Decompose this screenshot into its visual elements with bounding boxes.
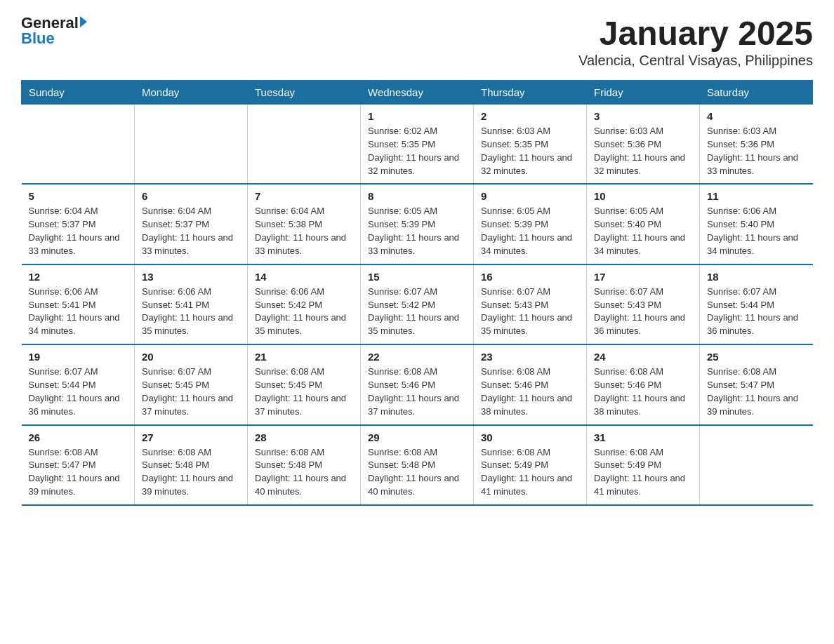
day-info: Sunrise: 6:08 AM Sunset: 5:47 PM Dayligh… bbox=[29, 446, 128, 499]
day-number: 11 bbox=[707, 190, 806, 202]
day-number: 2 bbox=[481, 110, 579, 122]
day-info: Sunrise: 6:06 AM Sunset: 5:41 PM Dayligh… bbox=[29, 286, 128, 338]
day-info: Sunrise: 6:04 AM Sunset: 5:38 PM Dayligh… bbox=[255, 205, 353, 257]
day-info: Sunrise: 6:07 AM Sunset: 5:44 PM Dayligh… bbox=[707, 286, 806, 338]
calendar-cell: 18Sunrise: 6:07 AM Sunset: 5:44 PM Dayli… bbox=[700, 264, 813, 344]
day-info: Sunrise: 6:07 AM Sunset: 5:44 PM Dayligh… bbox=[29, 365, 128, 418]
calendar-table: SundayMondayTuesdayWednesdayThursdayFrid… bbox=[21, 80, 813, 506]
page-header: General Blue January 2025 Valencia, Cent… bbox=[21, 14, 813, 69]
day-number: 26 bbox=[29, 431, 128, 443]
day-info: Sunrise: 6:05 AM Sunset: 5:39 PM Dayligh… bbox=[368, 205, 466, 257]
day-info: Sunrise: 6:08 AM Sunset: 5:46 PM Dayligh… bbox=[594, 365, 692, 418]
day-number: 23 bbox=[481, 351, 579, 363]
logo: General Blue bbox=[21, 14, 87, 48]
header-wednesday: Wednesday bbox=[361, 81, 474, 105]
day-number: 25 bbox=[707, 351, 806, 363]
calendar-cell: 16Sunrise: 6:07 AM Sunset: 5:43 PM Dayli… bbox=[474, 264, 587, 344]
calendar-cell: 8Sunrise: 6:05 AM Sunset: 5:39 PM Daylig… bbox=[361, 184, 474, 264]
day-number: 3 bbox=[594, 110, 692, 122]
calendar-cell: 4Sunrise: 6:03 AM Sunset: 5:36 PM Daylig… bbox=[700, 105, 813, 185]
calendar-body: 1Sunrise: 6:02 AM Sunset: 5:35 PM Daylig… bbox=[22, 105, 813, 505]
day-info: Sunrise: 6:08 AM Sunset: 5:48 PM Dayligh… bbox=[368, 446, 466, 499]
header-row: SundayMondayTuesdayWednesdayThursdayFrid… bbox=[22, 81, 813, 105]
day-info: Sunrise: 6:08 AM Sunset: 5:46 PM Dayligh… bbox=[481, 365, 579, 418]
calendar-cell: 19Sunrise: 6:07 AM Sunset: 5:44 PM Dayli… bbox=[22, 344, 135, 424]
day-number: 27 bbox=[142, 431, 240, 443]
calendar-cell: 3Sunrise: 6:03 AM Sunset: 5:36 PM Daylig… bbox=[587, 105, 700, 185]
calendar-cell: 6Sunrise: 6:04 AM Sunset: 5:37 PM Daylig… bbox=[135, 184, 248, 264]
calendar-cell: 22Sunrise: 6:08 AM Sunset: 5:46 PM Dayli… bbox=[361, 344, 474, 424]
calendar-cell: 23Sunrise: 6:08 AM Sunset: 5:46 PM Dayli… bbox=[474, 344, 587, 424]
calendar-cell: 1Sunrise: 6:02 AM Sunset: 5:35 PM Daylig… bbox=[361, 105, 474, 185]
day-number: 16 bbox=[481, 271, 579, 283]
calendar-cell: 17Sunrise: 6:07 AM Sunset: 5:43 PM Dayli… bbox=[587, 264, 700, 344]
calendar-cell: 7Sunrise: 6:04 AM Sunset: 5:38 PM Daylig… bbox=[248, 184, 361, 264]
day-number: 22 bbox=[368, 351, 466, 363]
day-number: 5 bbox=[29, 190, 128, 202]
calendar-cell: 27Sunrise: 6:08 AM Sunset: 5:48 PM Dayli… bbox=[135, 425, 248, 505]
calendar-cell: 28Sunrise: 6:08 AM Sunset: 5:48 PM Dayli… bbox=[248, 425, 361, 505]
week-row-4: 19Sunrise: 6:07 AM Sunset: 5:44 PM Dayli… bbox=[22, 344, 813, 424]
calendar-cell: 2Sunrise: 6:03 AM Sunset: 5:35 PM Daylig… bbox=[474, 105, 587, 185]
calendar-cell: 10Sunrise: 6:05 AM Sunset: 5:40 PM Dayli… bbox=[587, 184, 700, 264]
calendar-cell: 29Sunrise: 6:08 AM Sunset: 5:48 PM Dayli… bbox=[361, 425, 474, 505]
day-info: Sunrise: 6:03 AM Sunset: 5:35 PM Dayligh… bbox=[481, 125, 579, 177]
calendar-cell: 26Sunrise: 6:08 AM Sunset: 5:47 PM Dayli… bbox=[22, 425, 135, 505]
calendar-cell: 20Sunrise: 6:07 AM Sunset: 5:45 PM Dayli… bbox=[135, 344, 248, 424]
day-info: Sunrise: 6:08 AM Sunset: 5:48 PM Dayligh… bbox=[142, 446, 240, 499]
day-info: Sunrise: 6:05 AM Sunset: 5:39 PM Dayligh… bbox=[481, 205, 579, 257]
day-info: Sunrise: 6:06 AM Sunset: 5:42 PM Dayligh… bbox=[255, 286, 353, 338]
day-number: 12 bbox=[29, 271, 128, 283]
day-number: 1 bbox=[368, 110, 466, 122]
header-saturday: Saturday bbox=[700, 81, 813, 105]
day-number: 18 bbox=[707, 271, 806, 283]
header-tuesday: Tuesday bbox=[248, 81, 361, 105]
header-thursday: Thursday bbox=[474, 81, 587, 105]
day-number: 19 bbox=[29, 351, 128, 363]
day-number: 7 bbox=[255, 190, 353, 202]
day-info: Sunrise: 6:06 AM Sunset: 5:41 PM Dayligh… bbox=[142, 286, 240, 338]
day-info: Sunrise: 6:08 AM Sunset: 5:46 PM Dayligh… bbox=[368, 365, 466, 418]
calendar-header: SundayMondayTuesdayWednesdayThursdayFrid… bbox=[22, 81, 813, 105]
day-number: 8 bbox=[368, 190, 466, 202]
day-info: Sunrise: 6:04 AM Sunset: 5:37 PM Dayligh… bbox=[142, 205, 240, 257]
day-info: Sunrise: 6:02 AM Sunset: 5:35 PM Dayligh… bbox=[368, 125, 466, 177]
calendar-cell: 5Sunrise: 6:04 AM Sunset: 5:37 PM Daylig… bbox=[22, 184, 135, 264]
calendar-cell: 31Sunrise: 6:08 AM Sunset: 5:49 PM Dayli… bbox=[587, 425, 700, 505]
calendar-cell bbox=[700, 425, 813, 505]
day-number: 4 bbox=[707, 110, 806, 122]
week-row-3: 12Sunrise: 6:06 AM Sunset: 5:41 PM Dayli… bbox=[22, 264, 813, 344]
calendar-cell: 13Sunrise: 6:06 AM Sunset: 5:41 PM Dayli… bbox=[135, 264, 248, 344]
calendar-cell: 12Sunrise: 6:06 AM Sunset: 5:41 PM Dayli… bbox=[22, 264, 135, 344]
day-info: Sunrise: 6:04 AM Sunset: 5:37 PM Dayligh… bbox=[29, 205, 128, 257]
day-info: Sunrise: 6:03 AM Sunset: 5:36 PM Dayligh… bbox=[707, 125, 806, 177]
calendar-cell: 11Sunrise: 6:06 AM Sunset: 5:40 PM Dayli… bbox=[700, 184, 813, 264]
calendar-cell: 21Sunrise: 6:08 AM Sunset: 5:45 PM Dayli… bbox=[248, 344, 361, 424]
calendar-cell: 30Sunrise: 6:08 AM Sunset: 5:49 PM Dayli… bbox=[474, 425, 587, 505]
day-info: Sunrise: 6:03 AM Sunset: 5:36 PM Dayligh… bbox=[594, 125, 692, 177]
day-number: 30 bbox=[481, 431, 579, 443]
day-number: 17 bbox=[594, 271, 692, 283]
day-info: Sunrise: 6:07 AM Sunset: 5:43 PM Dayligh… bbox=[481, 286, 579, 338]
day-number: 31 bbox=[594, 431, 692, 443]
day-number: 20 bbox=[142, 351, 240, 363]
day-info: Sunrise: 6:08 AM Sunset: 5:49 PM Dayligh… bbox=[481, 446, 579, 499]
header-monday: Monday bbox=[135, 81, 248, 105]
page-title: January 2025 bbox=[578, 14, 813, 53]
day-info: Sunrise: 6:07 AM Sunset: 5:43 PM Dayligh… bbox=[594, 286, 692, 338]
calendar-cell bbox=[248, 105, 361, 185]
header-friday: Friday bbox=[587, 81, 700, 105]
page-subtitle: Valencia, Central Visayas, Philippines bbox=[578, 53, 813, 69]
logo-blue: Blue bbox=[21, 29, 55, 48]
calendar-cell: 24Sunrise: 6:08 AM Sunset: 5:46 PM Dayli… bbox=[587, 344, 700, 424]
day-info: Sunrise: 6:06 AM Sunset: 5:40 PM Dayligh… bbox=[707, 205, 806, 257]
calendar-cell: 15Sunrise: 6:07 AM Sunset: 5:42 PM Dayli… bbox=[361, 264, 474, 344]
calendar-cell: 9Sunrise: 6:05 AM Sunset: 5:39 PM Daylig… bbox=[474, 184, 587, 264]
calendar-cell: 25Sunrise: 6:08 AM Sunset: 5:47 PM Dayli… bbox=[700, 344, 813, 424]
day-number: 10 bbox=[594, 190, 692, 202]
week-row-5: 26Sunrise: 6:08 AM Sunset: 5:47 PM Dayli… bbox=[22, 425, 813, 505]
calendar-cell bbox=[135, 105, 248, 185]
day-info: Sunrise: 6:08 AM Sunset: 5:47 PM Dayligh… bbox=[707, 365, 806, 418]
day-number: 29 bbox=[368, 431, 466, 443]
day-number: 13 bbox=[142, 271, 240, 283]
